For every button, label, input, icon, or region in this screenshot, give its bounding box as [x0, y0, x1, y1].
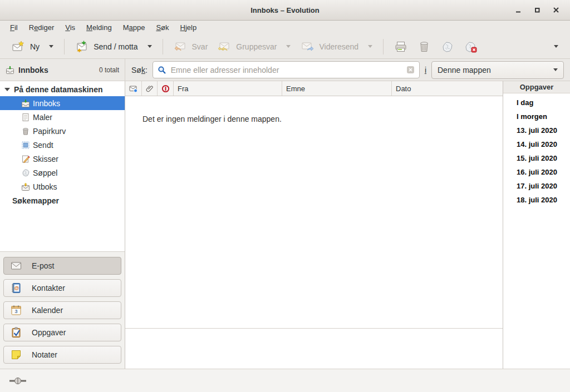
send-receive-icon [75, 40, 89, 53]
forward-dropdown-icon[interactable] [368, 45, 372, 48]
search-field[interactable] [153, 61, 420, 78]
priority-icon [161, 85, 170, 93]
folder-sendt[interactable]: Sendt [0, 138, 125, 152]
reply-button[interactable]: Svar [169, 37, 213, 56]
search-folders-label: Søkemapper [12, 196, 59, 205]
svg-text:@: @ [14, 285, 19, 291]
menu-vis[interactable]: Vis [60, 21, 81, 34]
expander-icon[interactable] [4, 88, 10, 91]
empty-folder-message: Det er ingen meldinger i denne mappen. [142, 115, 282, 123]
switcher-mail-button[interactable]: E-post [3, 257, 121, 275]
search-icon [158, 66, 166, 75]
folder-label: Innboks [33, 99, 60, 108]
task-group-label[interactable]: I dag [517, 96, 570, 110]
current-folder-header: Innboks 0 totalt [0, 59, 125, 81]
search-scope-value: Denne mappen [438, 66, 491, 75]
not-junk-icon [464, 40, 478, 53]
minimize-icon [514, 6, 523, 14]
menu-melding[interactable]: Melding [81, 21, 117, 34]
menu-fil[interactable]: Fil [4, 21, 23, 34]
column-priority[interactable] [158, 81, 174, 96]
evolution-window: Innboks – Evolution Fil Rediger Vis Meld… [0, 0, 570, 392]
close-icon [552, 6, 561, 14]
menu-hjelp[interactable]: Hjelp [175, 21, 203, 34]
menu-mappe[interactable]: Mappe [117, 21, 151, 34]
folder-skisser[interactable]: Skisser [0, 152, 125, 166]
current-folder-name: Innboks [18, 66, 48, 75]
new-message-label: Ny [30, 42, 40, 51]
new-message-dropdown-icon[interactable] [49, 45, 53, 48]
column-emne[interactable]: Emne [282, 81, 392, 96]
forward-label: Videresend [319, 42, 358, 51]
toolbar: Ny Send / motta Svar [0, 34, 570, 59]
folder-innboks[interactable]: Innboks [0, 96, 125, 110]
search-input[interactable] [171, 66, 402, 75]
online-status-plug-icon [9, 377, 27, 385]
print-button[interactable] [389, 37, 412, 56]
new-mail-icon [12, 40, 25, 53]
task-group-label[interactable]: 14. juli 2020 [517, 137, 570, 151]
task-group-label[interactable]: 15. juli 2020 [517, 151, 570, 165]
switcher-label: E-post [32, 261, 54, 270]
menubar: Fil Rediger Vis Melding Mappe Søk Hjelp [0, 21, 570, 34]
switcher-calendar-button[interactable]: 3 Kalender [3, 301, 121, 319]
new-message-button[interactable]: Ny [7, 37, 58, 56]
memos-icon [11, 349, 22, 360]
send-receive-dropdown-icon[interactable] [148, 45, 152, 48]
search-controls: Søk: i Denne mappen [125, 59, 570, 81]
search-scope-combo[interactable]: Denne mappen [431, 61, 564, 79]
tree-root-search-folders[interactable]: Søkemapper [0, 193, 125, 207]
clear-search-icon[interactable] [406, 66, 415, 74]
delete-button[interactable] [412, 37, 436, 56]
forward-icon [301, 40, 314, 53]
column-attachment[interactable] [142, 81, 158, 96]
folder-maler[interactable]: Maler [0, 110, 125, 124]
switcher-memos-button[interactable]: Notater [3, 346, 121, 364]
task-group-label[interactable]: 16. juli 2020 [517, 165, 570, 179]
switcher-contacts-button[interactable]: @ Kontakter [3, 279, 121, 297]
sent-icon [21, 141, 30, 150]
main-content: På denne datamaskinen Innboks [0, 81, 570, 369]
menu-rediger[interactable]: Rediger [23, 21, 60, 34]
tree-root-label: På denne datamaskinen [14, 85, 103, 94]
folder-label: Søppel [33, 168, 57, 177]
tree-root-on-this-computer[interactable]: På denne datamaskinen [0, 82, 125, 96]
group-reply-button[interactable]: Gruppesvar [213, 37, 296, 56]
message-list-body[interactable]: Det er ingen meldinger i denne mappen. [125, 96, 503, 328]
reply-label: Svar [192, 42, 208, 51]
reply-icon [174, 40, 187, 53]
column-fra[interactable]: Fra [174, 81, 282, 96]
minimize-button[interactable] [513, 5, 523, 15]
message-list-header: Fra Emne Dato [125, 81, 503, 96]
folder-papirkurv[interactable]: Papirkurv [0, 124, 125, 138]
not-junk-button[interactable] [459, 37, 483, 56]
close-button[interactable] [551, 5, 561, 15]
drafts-icon [21, 155, 30, 163]
trash-icon [417, 40, 431, 53]
column-dato[interactable]: Dato [392, 81, 503, 96]
folder-utboks[interactable]: Utboks [0, 180, 125, 193]
switcher-tasks-button[interactable]: Oppgaver [3, 324, 121, 341]
task-group-label[interactable]: 18. juli 2020 [517, 193, 570, 207]
folder-label: Sendt [33, 141, 53, 150]
junk-icon [441, 40, 454, 53]
menu-sok[interactable]: Søk [150, 21, 174, 34]
send-receive-button[interactable]: Send / motta [70, 37, 156, 56]
forward-button[interactable]: Videresend [296, 37, 377, 56]
task-group-label[interactable]: I morgen [517, 110, 570, 123]
folder-soppel[interactable]: Søppel [0, 166, 125, 180]
sidebar: På denne datamaskinen Innboks [0, 81, 125, 369]
junk-button[interactable] [436, 37, 459, 56]
task-group-label[interactable]: 17. juli 2020 [517, 179, 570, 193]
task-group-label[interactable]: 13. juli 2020 [517, 123, 570, 137]
online-status-button[interactable] [9, 377, 27, 385]
group-reply-dropdown-icon[interactable] [286, 45, 291, 48]
group-reply-label: Gruppesvar [236, 42, 277, 51]
maximize-button[interactable] [532, 5, 542, 15]
calendar-icon: 3 [11, 305, 22, 316]
switcher-label: Oppgaver [32, 328, 66, 337]
mail-icon [11, 260, 22, 271]
column-read-status[interactable] [125, 81, 142, 96]
templates-icon [21, 113, 30, 122]
toolbar-overflow-button[interactable] [549, 42, 563, 51]
